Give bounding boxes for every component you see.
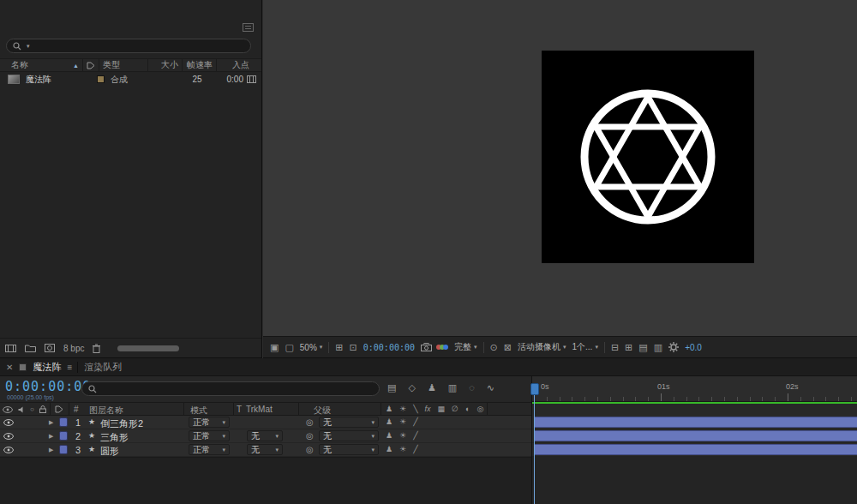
- resolution-select[interactable]: 完整▾: [454, 341, 477, 353]
- expand-arrow-icon[interactable]: ▶: [49, 433, 53, 440]
- new-folder-icon[interactable]: [25, 344, 36, 352]
- magnification-select[interactable]: 50%▾: [300, 343, 323, 352]
- column-t[interactable]: T: [237, 405, 242, 414]
- always-preview-icon[interactable]: ▣: [270, 342, 279, 353]
- column-layer-name[interactable]: 图层名称: [89, 405, 123, 417]
- composition-miniflow-icon[interactable]: ▤: [387, 382, 396, 393]
- project-item-row[interactable]: 魔法阵 合成 25 0:00: [0, 73, 261, 86]
- layer-name[interactable]: 倒三角形2: [100, 417, 143, 430]
- shy-switch[interactable]: ♟: [386, 431, 393, 440]
- column-parent[interactable]: 父级: [314, 405, 331, 417]
- parent-select[interactable]: 无▾: [319, 444, 379, 455]
- grid-guides-icon[interactable]: ⊞: [335, 342, 343, 353]
- layer-visibility-eye-icon[interactable]: [3, 447, 14, 453]
- show-channels-icon[interactable]: [438, 345, 448, 350]
- quality-switch[interactable]: ╱: [413, 417, 417, 426]
- view-layout-select[interactable]: 1个...▾: [572, 341, 597, 353]
- mask-visibility-icon[interactable]: ⊡: [350, 342, 357, 353]
- project-search-input[interactable]: ▾: [6, 39, 251, 53]
- motion-blur-icon[interactable]: ◌: [469, 382, 475, 393]
- parent-select[interactable]: 无▾: [319, 417, 379, 428]
- column-type[interactable]: 类型: [99, 59, 148, 71]
- collapse-switch[interactable]: ☀: [399, 431, 406, 440]
- timeline-jump-icon[interactable]: ▤: [638, 342, 647, 353]
- label-color-swatch[interactable]: [97, 75, 105, 83]
- shy-switch[interactable]: ♟: [386, 445, 393, 453]
- quality-header-icon: ╲: [413, 405, 417, 413]
- layer-row-2[interactable]: ▶ 2 ★ 三角形 正常▾ 无▾ ◎ 无▾ ♟ ☀ ╱: [0, 429, 531, 443]
- timeline-current-timecode[interactable]: 0:00:00:00: [5, 379, 91, 394]
- parent-pickwhip-icon[interactable]: ◎: [306, 417, 314, 427]
- active-camera-select[interactable]: 活动摄像机▾: [518, 341, 566, 353]
- search-icon: [13, 42, 21, 51]
- layer-label-swatch[interactable]: [59, 445, 68, 454]
- layer-row-1[interactable]: ▶ 1 ★ 倒三角形2 正常▾ ◎ 无▾ ♟ ☀ ╱: [0, 416, 531, 429]
- tab-menu-icon[interactable]: ≡: [67, 363, 71, 372]
- column-label-color[interactable]: [83, 59, 99, 71]
- collapse-switch[interactable]: ☀: [399, 445, 406, 453]
- hide-shy-layers-icon[interactable]: ♟: [428, 382, 436, 393]
- layer-name[interactable]: 三角形: [100, 431, 129, 444]
- expand-arrow-icon[interactable]: ▶: [49, 447, 53, 453]
- blend-mode-select[interactable]: 正常▾: [189, 444, 230, 455]
- timeline-search-input[interactable]: [81, 381, 380, 396]
- transparency-grid-icon[interactable]: ⊠: [504, 342, 512, 353]
- layer-visibility-eye-icon[interactable]: [3, 433, 14, 440]
- parent-pickwhip-icon[interactable]: ◎: [306, 445, 314, 454]
- exposure-value[interactable]: +0.0: [685, 343, 702, 352]
- bit-depth-button[interactable]: 8 bpc: [63, 344, 84, 353]
- primary-viewer-icon[interactable]: ▢: [285, 342, 293, 353]
- time-ruler[interactable]: 0s 01s 02s: [532, 376, 857, 402]
- pixel-aspect-icon[interactable]: ⊞: [625, 342, 632, 353]
- region-of-interest-icon[interactable]: ⊙: [490, 342, 498, 353]
- lock-icon: [39, 405, 46, 413]
- parent-select[interactable]: 无▾: [319, 430, 379, 441]
- interpret-footage-icon[interactable]: [5, 344, 16, 353]
- quality-switch[interactable]: ╱: [413, 445, 417, 453]
- snapshot-camera-icon[interactable]: [421, 343, 432, 351]
- trkmat-select[interactable]: 无▾: [247, 444, 283, 455]
- current-time-indicator-line[interactable]: [534, 385, 535, 504]
- graph-editor-icon[interactable]: ∿: [487, 382, 494, 393]
- close-tab-icon[interactable]: ✕: [6, 363, 13, 372]
- quality-switch[interactable]: ╱: [413, 431, 417, 440]
- collapse-switch[interactable]: ☀: [399, 417, 406, 426]
- layer-label-swatch[interactable]: [59, 417, 68, 427]
- column-framerate[interactable]: 帧速率: [183, 59, 217, 71]
- flowchart-icon[interactable]: ▥: [654, 342, 662, 353]
- horizontal-scrollbar[interactable]: [117, 345, 179, 351]
- trash-icon[interactable]: [93, 344, 100, 353]
- exposure-gear-icon[interactable]: [668, 342, 679, 352]
- timeline-left-pane: 0:00:00:00 00000 (25.00 fps) ▤ ◇ ♟ ▥ ◌ ∿…: [0, 376, 531, 504]
- viewer-timecode[interactable]: 0:00:00:00: [363, 343, 415, 352]
- column-mode[interactable]: 模式: [190, 405, 207, 417]
- blend-mode-select[interactable]: 正常▾: [189, 417, 230, 428]
- column-trkmat[interactable]: TrkMat: [246, 405, 273, 414]
- parent-pickwhip-icon[interactable]: ◎: [306, 431, 314, 441]
- current-time-indicator-head[interactable]: [530, 383, 539, 395]
- draft-3d-icon[interactable]: ◇: [408, 382, 415, 393]
- layer-duration-bar-2[interactable]: [534, 430, 857, 441]
- blend-mode-select[interactable]: 正常▾: [189, 430, 230, 441]
- trkmat-select[interactable]: 无▾: [247, 430, 283, 441]
- footage-frames-icon: [247, 75, 256, 83]
- shy-switch[interactable]: ♟: [386, 417, 393, 426]
- layer-duration-bar-1[interactable]: [534, 417, 857, 428]
- new-composition-icon[interactable]: [45, 344, 55, 352]
- view-options-icon[interactable]: ⊟: [611, 342, 619, 353]
- expand-arrow-icon[interactable]: ▶: [49, 419, 53, 426]
- layer-visibility-eye-icon[interactable]: [3, 419, 14, 426]
- column-name[interactable]: 名称 ▲: [0, 59, 83, 71]
- composition-canvas[interactable]: [542, 51, 754, 263]
- column-size[interactable]: 大小: [148, 59, 183, 71]
- column-inpoint[interactable]: 入点: [217, 59, 261, 71]
- tab-composition[interactable]: 魔法阵: [33, 361, 61, 374]
- frame-blending-icon[interactable]: ▥: [448, 382, 457, 393]
- layer-duration-bar-3[interactable]: [534, 444, 857, 455]
- layer-name[interactable]: 圆形: [100, 445, 119, 458]
- project-panel: ▾ 名称 ▲ 类型 大小 帧速率 入点 魔法阵 合成 25 0:00: [0, 0, 262, 358]
- tab-render-queue[interactable]: 渲染队列: [84, 361, 122, 374]
- panel-menu-icon[interactable]: [243, 23, 254, 32]
- layer-label-swatch[interactable]: [59, 431, 68, 441]
- layer-row-3[interactable]: ▶ 3 ★ 圆形 正常▾ 无▾ ◎ 无▾ ♟ ☀ ╱: [0, 443, 531, 457]
